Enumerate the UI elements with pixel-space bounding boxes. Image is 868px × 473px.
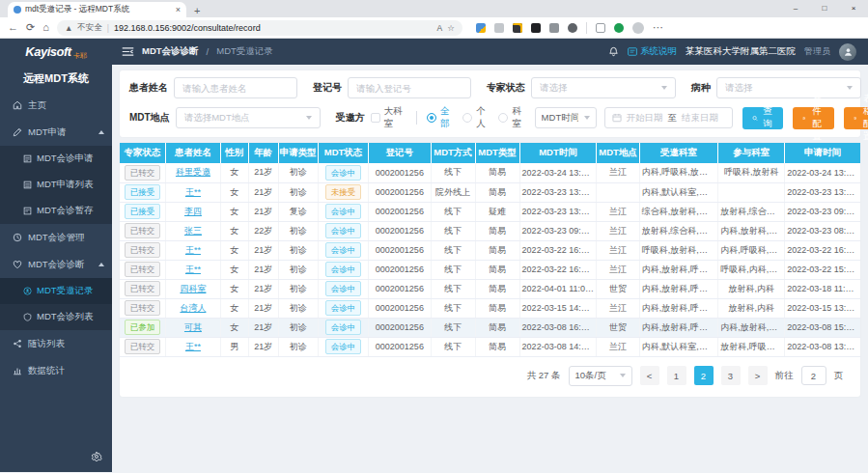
date-range-picker[interactable]: 开始日期 至 结束日期 bbox=[604, 107, 733, 128]
sidebar-item-mdt-diagnose[interactable]: MDT会诊诊断 bbox=[0, 251, 112, 278]
condition-config-button[interactable]: 条件配置 bbox=[793, 107, 834, 129]
more-menu-icon[interactable]: ⋯ bbox=[653, 22, 663, 33]
split-screen-icon[interactable] bbox=[596, 23, 605, 33]
page-number[interactable]: 3 bbox=[721, 366, 741, 385]
mdt-status-tag: 会诊中 bbox=[325, 281, 362, 296]
page-size-select[interactable]: 10条/页 bbox=[569, 366, 632, 386]
radio-personal[interactable]: 个人 bbox=[462, 105, 489, 130]
system-doc-link[interactable]: 系统说明 bbox=[628, 45, 677, 58]
cell-mdt-location: 兰江 bbox=[597, 240, 639, 260]
extension-icon[interactable] bbox=[614, 23, 624, 33]
browser-profile-avatar[interactable] bbox=[632, 22, 644, 34]
cell-reg-no: 0002001256 bbox=[369, 182, 431, 202]
patient-name-link[interactable]: 科里受邀 bbox=[176, 167, 210, 177]
list-icon bbox=[23, 181, 32, 189]
extension-icon[interactable] bbox=[549, 23, 559, 33]
notification-bell-icon[interactable] bbox=[608, 43, 619, 61]
sidebar-item-mdt-invite-record[interactable]: MDT受邀记录 bbox=[0, 278, 112, 304]
reload-icon[interactable]: ⟳ bbox=[26, 22, 35, 33]
new-tab-button[interactable]: + bbox=[194, 4, 200, 17]
window-minimize-button[interactable]: – bbox=[781, 0, 810, 16]
cell-mdt-type: 疑难 bbox=[475, 202, 519, 221]
back-icon[interactable]: ← bbox=[8, 22, 18, 33]
mdt-time-select[interactable]: MDT时间 bbox=[535, 107, 597, 128]
sidebar-item-home[interactable]: 主页 bbox=[0, 92, 112, 119]
register-no-label: 登记号 bbox=[313, 81, 342, 95]
register-no-input[interactable] bbox=[348, 77, 471, 98]
cell-apply-type: 初诊 bbox=[278, 182, 318, 202]
col-gender: 性别 bbox=[220, 143, 248, 163]
tab-close-icon[interactable]: × bbox=[176, 5, 181, 14]
extension-icon[interactable] bbox=[476, 23, 486, 33]
patient-name-link[interactable]: 李四 bbox=[184, 207, 202, 216]
patient-name-link[interactable]: 台湾人 bbox=[180, 303, 206, 313]
extension-icon[interactable] bbox=[494, 23, 504, 33]
patient-name-link[interactable]: 可其 bbox=[184, 322, 202, 332]
next-page-button[interactable]: > bbox=[748, 366, 768, 385]
radio-dept[interactable]: 科室 bbox=[498, 105, 524, 130]
cell-invited-depts: 内科,放射科,呼吸科,影像科 bbox=[639, 260, 717, 279]
sidebar-item-mdt-consult-apply[interactable]: MDT会诊申请 bbox=[0, 146, 112, 172]
disease-select[interactable]: 请选择 bbox=[716, 77, 861, 98]
cell-age: 21岁 bbox=[248, 260, 278, 279]
sync-icon[interactable] bbox=[568, 23, 577, 33]
page-content: 患者姓名 登记号 专家状态 请选择 bbox=[112, 65, 868, 472]
select-placeholder: 请选择 bbox=[540, 82, 568, 95]
sidebar-item-mdt-draft[interactable]: MDT会诊暂存 bbox=[0, 198, 112, 224]
prev-page-button[interactable]: < bbox=[640, 366, 659, 385]
favorite-star-icon[interactable]: ☆ bbox=[447, 23, 455, 33]
sidebar-item-mdt-apply-list[interactable]: MDT申请列表 bbox=[0, 172, 112, 198]
table-config-button[interactable]: 表格配置 bbox=[844, 107, 868, 129]
patient-name-input[interactable] bbox=[174, 77, 297, 98]
collapse-sidebar-icon[interactable] bbox=[122, 43, 134, 61]
expert-status-tag: 已转交 bbox=[125, 262, 161, 277]
goto-page-input[interactable] bbox=[801, 366, 826, 385]
patient-name-link[interactable]: 王** bbox=[185, 264, 201, 274]
settings-gear-icon[interactable] bbox=[91, 449, 102, 466]
browser-tab[interactable]: mdt受邀记录 - 远程MDT系统 × bbox=[8, 2, 186, 17]
sidebar-item-mdt-apply[interactable]: MDT申请 bbox=[0, 119, 112, 146]
radio-all[interactable]: 全部 bbox=[427, 105, 453, 130]
extension-icon[interactable] bbox=[531, 23, 541, 33]
patient-name-link[interactable]: 王** bbox=[185, 342, 201, 351]
window-close-button[interactable]: × bbox=[839, 0, 868, 16]
patient-name-link[interactable]: 王** bbox=[185, 187, 201, 197]
select-placeholder: 请选择 bbox=[725, 82, 753, 95]
cell-mdt-type: 简易 bbox=[475, 279, 519, 298]
cell-gender: 女 bbox=[220, 240, 248, 260]
patient-name-link[interactable]: 四科室 bbox=[180, 284, 206, 293]
filter-divider bbox=[416, 111, 417, 125]
search-button[interactable]: 查询 bbox=[742, 107, 784, 129]
sidebar-item-mdt-manage[interactable]: MDT会诊管理 bbox=[0, 224, 112, 251]
page-number[interactable]: 1 bbox=[667, 366, 686, 385]
expert-status-select[interactable]: 请选择 bbox=[531, 77, 676, 98]
table-row: 已接受 王** 女 21岁 初诊 未接受 0002001256 院外线上 简易 … bbox=[120, 182, 860, 202]
cell-mdt-location: 兰江 bbox=[597, 221, 639, 240]
expert-status-tag: 已转交 bbox=[125, 281, 161, 296]
chevron-down-icon bbox=[661, 86, 667, 90]
breadcrumb-parent[interactable]: MDT会诊诊断 bbox=[142, 45, 199, 58]
mdt-status-tag: 未接受 bbox=[325, 184, 362, 200]
cell-age: 21岁 bbox=[248, 298, 278, 318]
patient-name-link[interactable]: 张三 bbox=[184, 226, 202, 236]
sidebar-item-statistics[interactable]: 数据统计 bbox=[0, 357, 112, 384]
sidebar-item-followup-list[interactable]: 随访列表 bbox=[0, 330, 112, 357]
patient-name-link[interactable]: 王** bbox=[185, 245, 201, 255]
cell-gender: 女 bbox=[220, 202, 248, 221]
sidebar-item-label: MDT会诊暂存 bbox=[37, 205, 94, 217]
mdt-location-select[interactable]: 请选择MDT地点 bbox=[176, 107, 321, 128]
condition-config-label: 条件配置 bbox=[810, 93, 825, 143]
url-field[interactable]: ▲ 不安全 | 192.168.0.156:9002/consultate/re… bbox=[57, 20, 462, 36]
sidebar-item-mdt-consult-list[interactable]: MDT会诊列表 bbox=[0, 304, 112, 330]
extension-icon[interactable] bbox=[513, 23, 522, 33]
col-mdt-mode: MDT方式 bbox=[431, 143, 475, 163]
window-restore-button[interactable]: □ bbox=[810, 0, 839, 16]
read-aloud-icon[interactable]: A bbox=[437, 23, 443, 33]
cell-mdt-time: 2022-04-01 11:00:00 bbox=[519, 279, 597, 298]
user-avatar[interactable] bbox=[839, 43, 856, 61]
home-icon[interactable]: ⌂ bbox=[42, 22, 49, 33]
page-number[interactable]: 2 bbox=[694, 366, 714, 385]
big-dept-checkbox[interactable] bbox=[371, 113, 380, 123]
cell-joined-depts: 呼吸科,内科,放射科,影像科 bbox=[718, 260, 785, 279]
cell-age: 21岁 bbox=[248, 279, 278, 298]
